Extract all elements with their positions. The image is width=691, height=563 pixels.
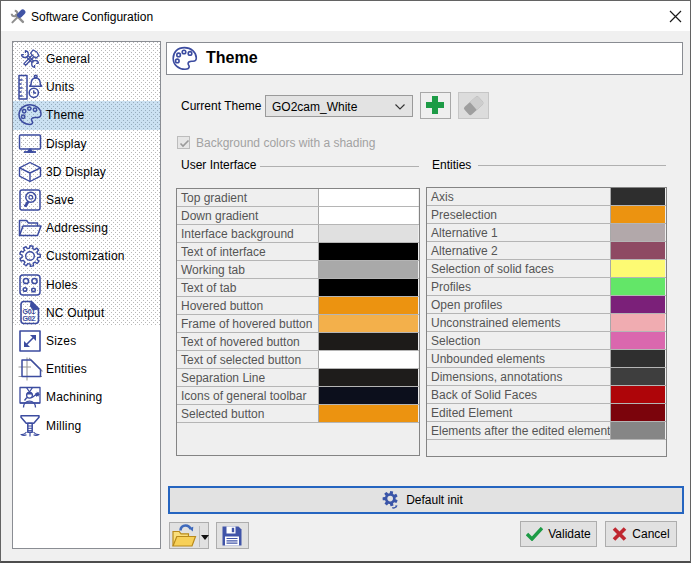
- svg-text:G01: G01: [23, 307, 36, 314]
- svg-text:G02: G02: [23, 315, 36, 322]
